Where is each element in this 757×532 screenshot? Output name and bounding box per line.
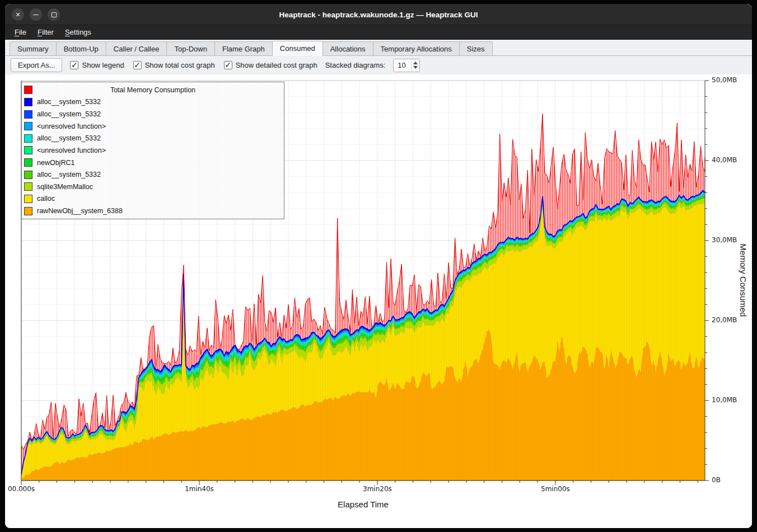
x-tick-label: 3min20s: [355, 485, 400, 493]
legend-swatch: [24, 182, 32, 191]
legend-item: alloc__system_5332: [22, 133, 284, 144]
legend-label: alloc__system_5332: [37, 171, 101, 178]
tab-consumed[interactable]: Consumed: [272, 41, 323, 56]
checkbox-icon: [224, 61, 232, 69]
checkbox-label: Show legend: [82, 61, 124, 69]
tab-bottom-up[interactable]: Bottom-Up: [56, 41, 106, 55]
menu-bar: FileFilterSettings: [5, 25, 752, 40]
legend-item: sqlite3MemMalloc: [22, 181, 284, 192]
tab-sizes[interactable]: Sizes: [459, 41, 493, 55]
legend-label: alloc__system_5332: [37, 110, 101, 118]
tab-summary[interactable]: Summary: [10, 41, 57, 55]
legend-label: rawNewObj__system_6388: [37, 207, 123, 215]
chart-area: Total Memory Consumptionalloc__system_53…: [5, 74, 752, 528]
titlebar: × Heaptrack - heaptrack.wakunode.1.gz — …: [5, 4, 752, 25]
legend-item: calloc: [22, 193, 284, 205]
x-tick-label: 00.000s: [4, 485, 44, 493]
checkbox-show-total-cost-graph[interactable]: Show total cost graph: [133, 61, 215, 69]
legend-swatch: [24, 158, 32, 167]
y-tick-label: 20,0MB: [712, 316, 737, 324]
tab-top-down[interactable]: Top-Down: [166, 41, 215, 55]
legend-label: calloc: [37, 195, 55, 203]
legend-swatch: [24, 195, 32, 203]
x-tick-label: 1min40s: [177, 485, 222, 493]
legend-item: alloc__system_5332: [22, 169, 284, 181]
legend-label: Total Memory Consumption: [37, 86, 269, 94]
legend-swatch: [24, 98, 32, 106]
legend-label: newObjRC1: [37, 159, 74, 167]
tab-caller-callee[interactable]: Caller / Callee: [106, 41, 167, 55]
legend-title-row: Total Memory Consumption: [22, 84, 284, 96]
legend-label: <unresolved function>: [37, 123, 106, 130]
legend-swatch: [24, 207, 32, 215]
chart-legend: Total Memory Consumptionalloc__system_53…: [21, 82, 284, 219]
maximize-icon: [52, 12, 57, 17]
legend-swatch: [24, 86, 32, 94]
tab-allocations[interactable]: Allocations: [323, 41, 373, 55]
window-controls: ×: [12, 8, 60, 21]
export-as-button[interactable]: Export As...: [11, 58, 62, 72]
window-title: Heaptrack - heaptrack.wakunode.1.gz — He…: [5, 10, 752, 18]
legend-item: <unresolved function>: [22, 144, 284, 156]
checkbox-show-detailed-cost-graph[interactable]: Show detailed cost graph: [224, 61, 317, 69]
y-tick-label: 50,0MB: [712, 76, 737, 84]
stacked-diagrams-label: Stacked diagrams:: [325, 61, 386, 69]
minimize-button[interactable]: [30, 8, 42, 21]
legend-swatch: [24, 134, 32, 143]
checkbox-group: Show legendShow total cost graphShow det…: [70, 61, 317, 69]
checkbox-label: Show total cost graph: [145, 61, 215, 69]
legend-swatch: [24, 146, 32, 154]
y-tick-label: 40,0MB: [712, 156, 737, 164]
close-icon: ×: [16, 11, 20, 18]
spinbox-value: 10: [394, 59, 411, 72]
x-axis-title: Elapsed Time: [21, 500, 705, 509]
legend-item: <unresolved function>: [22, 120, 284, 132]
checkbox-label: Show detailed cost graph: [236, 61, 317, 69]
y-tick-label: 30,0MB: [712, 236, 737, 244]
legend-label: alloc__system_5332: [37, 98, 101, 106]
toolbar: Export As... Show legendShow total cost …: [5, 56, 752, 74]
y-axis-title: Memory Consumed: [739, 244, 748, 317]
legend-swatch: [24, 110, 32, 119]
legend-item: alloc__system_5332: [22, 96, 284, 108]
x-tick-label: 5min00s: [533, 485, 578, 493]
y-tick-label: 0B: [712, 476, 721, 484]
menu-file[interactable]: File: [10, 26, 31, 38]
y-tick-label: 10,0MB: [712, 396, 737, 404]
maximize-button[interactable]: [48, 8, 60, 21]
spin-down-icon[interactable]: [413, 66, 418, 69]
spinbox-buttons: [411, 59, 419, 72]
menu-settings[interactable]: Settings: [60, 26, 96, 38]
checkbox-icon: [70, 61, 78, 69]
legend-item: rawNewObj__system_6388: [22, 205, 284, 217]
legend-item: alloc__system_5332: [22, 109, 284, 120]
checkbox-show-legend[interactable]: Show legend: [70, 61, 124, 69]
tab-temporary-allocations[interactable]: Temporary Allocations: [373, 41, 460, 55]
checkbox-icon: [133, 61, 142, 69]
legend-label: alloc__system_5332: [37, 134, 101, 142]
tab-flame-graph[interactable]: Flame Graph: [214, 41, 273, 55]
spin-up-icon[interactable]: [413, 62, 418, 64]
stacked-diagrams-spinbox[interactable]: 10: [393, 59, 420, 72]
legend-item: newObjRC1: [22, 157, 284, 168]
legend-swatch: [24, 122, 32, 130]
menu-filter[interactable]: Filter: [32, 26, 59, 38]
legend-label: sqlite3MemMalloc: [37, 183, 93, 191]
app-window: × Heaptrack - heaptrack.wakunode.1.gz — …: [4, 3, 753, 529]
legend-label: <unresolved function>: [37, 147, 106, 154]
minimize-icon: [33, 15, 39, 15]
tab-bar: SummaryBottom-UpCaller / CalleeTop-DownF…: [5, 40, 752, 56]
close-button[interactable]: ×: [12, 8, 24, 21]
legend-swatch: [24, 171, 32, 179]
